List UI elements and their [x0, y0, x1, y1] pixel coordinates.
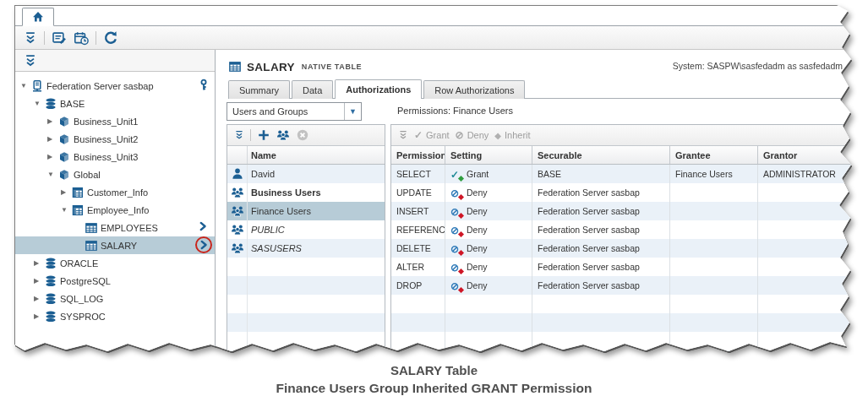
- tree-item-label: Business_Unit1: [74, 117, 138, 127]
- empty-cell: [670, 295, 758, 313]
- system-label: System: SASPW\sasfedadm as sasfedadm: [673, 61, 843, 71]
- principal-row-david[interactable]: David: [227, 165, 385, 183]
- tree-item-employee-info[interactable]: ▼Employee_Info: [15, 201, 215, 219]
- setting-cell: ⊘Deny: [445, 276, 532, 295]
- tree-collapsed-arrow[interactable]: ▶: [34, 295, 44, 302]
- permission-cell: SELECT: [391, 165, 445, 183]
- sql-editor-icon[interactable]: [52, 30, 67, 46]
- grantee-cell: Finance Users: [670, 165, 758, 183]
- tree-expanded-arrow[interactable]: ▼: [47, 171, 57, 178]
- tree-expanded-arrow[interactable]: ▼: [20, 82, 30, 90]
- inherit-button-label: Inherit: [505, 130, 531, 140]
- tree-item-business-unit2[interactable]: ▶Business_Unit2: [15, 130, 215, 148]
- permission-row-alter[interactable]: ALTER⊘DenyFederation Server sasbap: [391, 258, 853, 276]
- drill-in-chevron[interactable]: [199, 240, 209, 250]
- tree-expanded-arrow[interactable]: ▼: [61, 206, 71, 214]
- collapse-menu-icon[interactable]: [398, 130, 408, 140]
- principal-row-finance-users[interactable]: Finance Users: [227, 202, 385, 220]
- tree-item-global[interactable]: ▼Global: [15, 166, 215, 183]
- tree-item-federation-server-sasbap[interactable]: ▼Federation Server sasbap: [15, 77, 215, 95]
- inherit-button[interactable]: ◆ Inherit: [494, 130, 530, 140]
- permission-cell: INSERT: [391, 202, 445, 220]
- database-icon: [44, 310, 57, 323]
- home-tab[interactable]: [22, 8, 54, 26]
- permission-row-insert[interactable]: INSERT⊘DenyFederation Server sasbap: [391, 202, 853, 220]
- group-icon: [227, 183, 248, 202]
- principal-name: David: [248, 169, 275, 179]
- empty-cell: [758, 313, 853, 332]
- view-selector[interactable]: Users and Groups ▼: [227, 102, 362, 121]
- empty-cell: [670, 313, 758, 332]
- collapse-menu-icon[interactable]: [234, 130, 244, 140]
- tree-item-sysproc[interactable]: ▶SYSPROC: [15, 307, 215, 325]
- permission-row-drop[interactable]: DROP⊘DenyFederation Server sasbap: [391, 276, 853, 295]
- securable-cell: Federation Server sasbap: [532, 258, 670, 276]
- tree-item-business-unit3[interactable]: ▶Business_Unit3: [15, 148, 215, 166]
- empty-cell: [227, 258, 248, 276]
- permissions-label: Permissions: Finance Users: [397, 106, 513, 116]
- schema-icon: [57, 150, 71, 164]
- inherit-diamond-icon: ◆: [494, 131, 501, 140]
- page-title: SALARY: [247, 61, 295, 73]
- tree-item-salary[interactable]: SALARY: [15, 236, 215, 254]
- tree-collapsed-arrow[interactable]: ▶: [61, 188, 71, 196]
- tree-collapsed-arrow[interactable]: ▶: [34, 312, 44, 320]
- tree-item-employees[interactable]: EMPLOYEES: [15, 219, 215, 236]
- tree-collapsed-arrow[interactable]: ▶: [47, 117, 57, 125]
- tree-expanded-arrow[interactable]: ▼: [34, 100, 44, 107]
- empty-cell: [227, 276, 248, 295]
- tree-item-postgresql[interactable]: ▶PostgreSQL: [15, 272, 215, 290]
- group-icon: [227, 239, 248, 258]
- deny-button[interactable]: ⊘ Deny: [456, 129, 489, 141]
- add-user-button[interactable]: [257, 128, 270, 142]
- schema-icon: [57, 133, 71, 146]
- setting-cell: ⊘Deny: [445, 220, 532, 239]
- tab-row-authorizations[interactable]: Row Authorizations: [423, 80, 525, 99]
- tree-item-sql-log[interactable]: ▶SQL_LOG: [15, 290, 215, 307]
- grant-button[interactable]: ✓ Grant: [414, 129, 450, 141]
- tab-authorizations[interactable]: Authorizations: [335, 79, 422, 99]
- permission-row-delete[interactable]: DELETE⊘DenyFederation Server sasbap: [391, 239, 853, 258]
- grantor-cell: ADMINISTRATOR: [758, 165, 853, 183]
- setting-cell: ⊘Deny: [445, 258, 532, 276]
- tab-data[interactable]: Data: [292, 80, 333, 99]
- principal-row-business-users[interactable]: Business Users: [227, 183, 385, 202]
- empty-cell: [445, 332, 532, 350]
- object-header: SALARY NATIVE TABLE System: SASPW\sasfed…: [221, 53, 853, 79]
- permission-row-references[interactable]: REFERENCES⊘DenyFederation Server sasbap: [391, 220, 853, 239]
- principal-name: Business Users: [248, 187, 321, 198]
- tree-collapsed-arrow[interactable]: ▶: [34, 277, 44, 285]
- collapse-menu-icon[interactable]: [24, 31, 37, 45]
- remove-principal-button[interactable]: [296, 128, 309, 142]
- tree-item-customer-info[interactable]: ▶Customer_Info: [15, 183, 215, 201]
- tree-collapsed-arrow[interactable]: ▶: [47, 153, 57, 160]
- empty-cell: [227, 295, 248, 313]
- column-header-grantee[interactable]: Grantee: [670, 146, 758, 164]
- tab-summary[interactable]: Summary: [228, 80, 290, 99]
- permission-cell: UPDATE: [391, 183, 445, 202]
- principal-row-public[interactable]: PUBLIC: [227, 220, 385, 239]
- drill-in-chevron[interactable]: [198, 221, 208, 233]
- refresh-icon[interactable]: [103, 30, 118, 46]
- schedule-icon[interactable]: [74, 30, 89, 46]
- tree-collapsed-arrow[interactable]: ▶: [34, 259, 44, 267]
- column-header-grantor[interactable]: Grantor: [758, 146, 853, 164]
- tree-collapsed-arrow[interactable]: ▶: [47, 135, 57, 143]
- principal-row-sasusers[interactable]: SASUSERS: [227, 239, 385, 258]
- permission-row-update[interactable]: UPDATE⊘DenyFederation Server sasbap: [391, 183, 853, 202]
- group-icon: [227, 220, 248, 239]
- tree-item-oracle[interactable]: ▶ORACLE: [15, 254, 215, 272]
- collapse-menu-icon[interactable]: [24, 54, 37, 68]
- empty-cell: [758, 332, 853, 350]
- column-header-permission[interactable]: Permission: [391, 146, 445, 164]
- principal-name: SASUSERS: [248, 243, 302, 253]
- column-header-securable[interactable]: Securable: [532, 146, 670, 164]
- setting-cell: ✓Grant: [445, 165, 532, 183]
- tree-item-base[interactable]: ▼BASE: [15, 95, 215, 112]
- permission-row-select[interactable]: SELECT✓GrantBASEFinance UsersADMINISTRAT…: [391, 165, 853, 183]
- column-header-setting[interactable]: Setting: [445, 146, 532, 164]
- setting-label: Deny: [467, 206, 488, 216]
- add-group-button[interactable]: [276, 128, 290, 142]
- tree-item-business-unit1[interactable]: ▶Business_Unit1: [15, 112, 215, 130]
- empty-cell: [445, 295, 532, 313]
